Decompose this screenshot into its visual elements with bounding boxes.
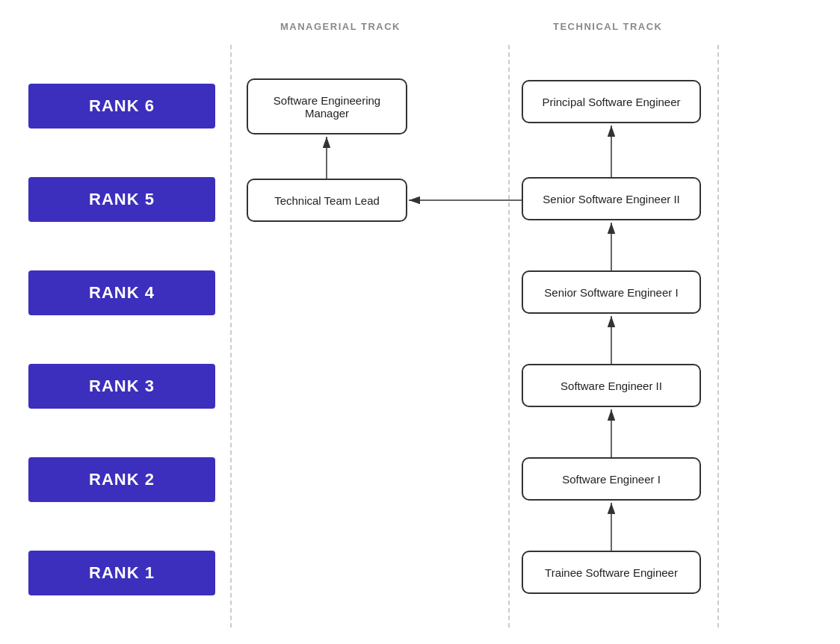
sem-role-box: Software Engineering Manager bbox=[247, 78, 407, 134]
rank-2-badge: RANK 2 bbox=[28, 457, 215, 502]
rank-5-badge: RANK 5 bbox=[28, 177, 215, 222]
rank-4-badge: RANK 4 bbox=[28, 270, 215, 315]
pse-role-box: Principal Software Engineer bbox=[522, 80, 701, 123]
sse2-role-box: Senior Software Engineer II bbox=[522, 177, 701, 220]
diagram-container: MANAGERIAL TRACK TECHNICAL TRACK RANK 6 … bbox=[0, 0, 840, 644]
managerial-track-header: MANAGERIAL TRACK bbox=[280, 21, 401, 32]
rank-3-badge: RANK 3 bbox=[28, 364, 215, 409]
divider-1 bbox=[230, 45, 232, 628]
divider-3 bbox=[717, 45, 719, 628]
tse-role-box: Trainee Software Engineer bbox=[522, 551, 701, 594]
se2-role-box: Software Engineer II bbox=[522, 364, 701, 407]
sse1-role-box: Senior Software Engineer I bbox=[522, 270, 701, 314]
technical-track-header: TECHNICAL TRACK bbox=[553, 21, 662, 32]
ttl-role-box: Technical Team Lead bbox=[247, 179, 407, 222]
divider-2 bbox=[508, 45, 510, 628]
rank-1-badge: RANK 1 bbox=[28, 551, 215, 595]
se1-role-box: Software Engineer I bbox=[522, 457, 701, 501]
rank-6-badge: RANK 6 bbox=[28, 84, 215, 129]
